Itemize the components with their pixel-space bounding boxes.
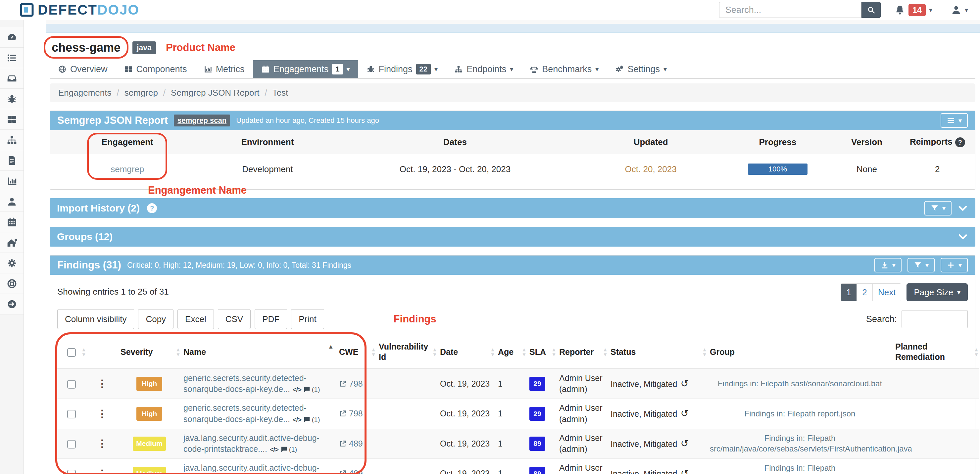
finding-name-link[interactable]: generic.secrets.security.detected-sonarq… xyxy=(183,373,307,394)
row-checkbox[interactable] xyxy=(67,410,76,418)
csv-button[interactable]: CSV xyxy=(218,309,251,329)
cwe-link[interactable]: 489 xyxy=(349,469,363,474)
question-icon[interactable]: ? xyxy=(147,203,157,213)
tab-engagements[interactable]: Engagements1▾ xyxy=(253,60,358,78)
updated-date-link[interactable]: Oct. 20, 2023 xyxy=(625,164,677,174)
table-search-input[interactable] xyxy=(902,310,968,328)
history-icon[interactable]: ↺ xyxy=(681,438,689,449)
breadcrumb-semgrep-json-report[interactable]: Semgrep JSON Report xyxy=(171,88,259,98)
engagement-link[interactable]: semgrep xyxy=(111,164,144,174)
sidebar-item-list[interactable] xyxy=(0,48,24,68)
next-page-button[interactable]: Next xyxy=(873,284,901,301)
group-link[interactable]: Findings in: Filepath sast/sonar/sonarcl… xyxy=(718,379,882,388)
notifications-menu[interactable]: 14 ▾ xyxy=(894,4,932,16)
breadcrumb-semgrep[interactable]: semgrep xyxy=(124,88,158,98)
kebab-menu-icon[interactable]: ⋮ xyxy=(97,468,107,474)
finding-name-link[interactable]: java.lang.security.audit.active-debug-co… xyxy=(183,433,320,454)
col-group[interactable]: Group xyxy=(707,336,892,369)
sidebar-item-metrics[interactable] xyxy=(0,171,24,191)
import-history-section[interactable]: Import History (2) ? ▾ xyxy=(50,198,975,218)
sidebar-item-components[interactable] xyxy=(0,109,24,130)
findings-add-button[interactable]: ▾ xyxy=(940,258,968,272)
sidebar-item-configuration[interactable] xyxy=(0,253,24,274)
finding-name-link[interactable]: generic.secrets.security.detected-sonarq… xyxy=(183,403,307,424)
excel-button[interactable]: Excel xyxy=(177,309,214,329)
test-actions-menu-button[interactable]: ▾ xyxy=(940,113,968,128)
sidebar-item-support[interactable] xyxy=(0,274,24,294)
tab-overview[interactable]: Overview xyxy=(50,60,116,78)
sidebar-item-inbox[interactable] xyxy=(0,68,24,89)
col-vulnerability-id[interactable]: Vulnerability Id xyxy=(376,336,438,369)
col-date[interactable]: Date xyxy=(438,336,495,369)
history-icon[interactable]: ↺ xyxy=(681,468,689,474)
cwe-link[interactable]: 489 xyxy=(349,439,363,448)
metrics-chart-icon xyxy=(204,65,212,73)
page-title-product[interactable]: chess-game xyxy=(52,41,121,54)
finding-row: ⋮ Medium java.lang.security.audit.active… xyxy=(57,459,979,474)
copy-button[interactable]: Copy xyxy=(138,309,173,329)
defectdojo-logo-icon xyxy=(20,3,34,17)
sidebar-item-reports[interactable] xyxy=(0,150,24,171)
sidebar-item-dashboard[interactable] xyxy=(0,27,24,48)
sidebar-item-endpoints[interactable] xyxy=(0,130,24,150)
collapse-chevron-icon[interactable] xyxy=(958,203,968,213)
cwe-link[interactable]: 798 xyxy=(349,379,363,388)
history-icon[interactable]: ↺ xyxy=(681,408,689,419)
sidebar-item-users[interactable] xyxy=(0,191,24,212)
history-icon[interactable]: ↺ xyxy=(681,379,689,389)
col-name[interactable]: Name xyxy=(181,336,336,369)
defectdojo-logo[interactable]: DEFECTDOJO xyxy=(20,2,139,18)
sidebar-item-benchmarks[interactable] xyxy=(0,232,24,253)
question-icon[interactable]: ? xyxy=(955,137,965,147)
col-severity[interactable]: Severity xyxy=(118,336,181,369)
breadcrumb-engagements[interactable]: Engagements xyxy=(58,88,111,98)
finding-name-link[interactable]: java.lang.security.audit.active-debug-co… xyxy=(183,463,320,474)
findings-download-button[interactable]: ▾ xyxy=(874,258,902,272)
page-1-button[interactable]: 1 xyxy=(841,284,857,301)
col-status[interactable]: Status xyxy=(608,336,707,369)
row-checkbox[interactable] xyxy=(67,470,76,474)
select-all-checkbox[interactable] xyxy=(67,348,76,357)
kebab-menu-icon[interactable]: ⋮ xyxy=(97,378,107,389)
user-menu[interactable]: ▾ xyxy=(951,5,968,15)
print-button[interactable]: Print xyxy=(291,309,324,329)
sidebar-item-calendar[interactable] xyxy=(0,212,24,232)
page-size-button[interactable]: Page Size▾ xyxy=(907,283,968,301)
engagement-summary-table: Engagement Environment Dates Updated Pro… xyxy=(50,130,975,189)
tab-settings[interactable]: Settings▾ xyxy=(607,60,675,78)
page-2-button[interactable]: 2 xyxy=(857,284,873,301)
cwe-link[interactable]: 798 xyxy=(349,409,363,418)
column-visibility-button[interactable]: Column visibility xyxy=(57,309,134,329)
row-checkbox[interactable] xyxy=(67,380,76,389)
gear-icon xyxy=(6,258,17,269)
tab-benchmarks[interactable]: Benchmarks▾ xyxy=(522,60,607,78)
product-tabs: Overview Components Metrics Engagements1… xyxy=(50,60,975,79)
row-checkbox[interactable] xyxy=(67,440,76,449)
findings-filter-button[interactable]: ▾ xyxy=(907,258,935,272)
group-link[interactable]: Findings in: Filepath src/main/java/core… xyxy=(710,463,897,474)
sidebar-item-findings[interactable] xyxy=(0,89,24,109)
sidebar-item-logout[interactable] xyxy=(0,294,24,315)
tab-findings[interactable]: Findings22▾ xyxy=(358,60,446,78)
collapse-chevron-icon[interactable] xyxy=(958,231,968,242)
import-history-filter-button[interactable]: ▾ xyxy=(924,201,951,215)
col-cwe[interactable]: CWE xyxy=(336,336,376,369)
tab-endpoints[interactable]: Endpoints▾ xyxy=(446,60,522,78)
col-sla[interactable]: SLA xyxy=(527,336,557,369)
groups-section[interactable]: Groups (12) xyxy=(50,227,975,247)
comment-icon xyxy=(303,386,310,393)
group-link[interactable]: Findings in: Filepath report.json xyxy=(745,409,856,418)
kebab-menu-icon[interactable]: ⋮ xyxy=(97,438,107,449)
scan-type-badge[interactable]: semgrep scan xyxy=(174,115,230,126)
vulnerability-id-value xyxy=(376,429,438,459)
tab-components[interactable]: Components xyxy=(116,60,195,78)
col-planned-remediation[interactable]: Planned Remediation xyxy=(892,336,979,369)
kebab-menu-icon[interactable]: ⋮ xyxy=(97,408,107,419)
tab-metrics[interactable]: Metrics xyxy=(195,60,253,78)
global-search-input[interactable] xyxy=(719,2,861,18)
global-search-button[interactable] xyxy=(861,2,881,18)
col-age[interactable]: Age xyxy=(495,336,527,369)
col-reporter[interactable]: Reporter xyxy=(557,336,608,369)
group-link[interactable]: Findings in: Filepath src/main/java/core… xyxy=(710,434,912,453)
pdf-button[interactable]: PDF xyxy=(255,309,287,329)
